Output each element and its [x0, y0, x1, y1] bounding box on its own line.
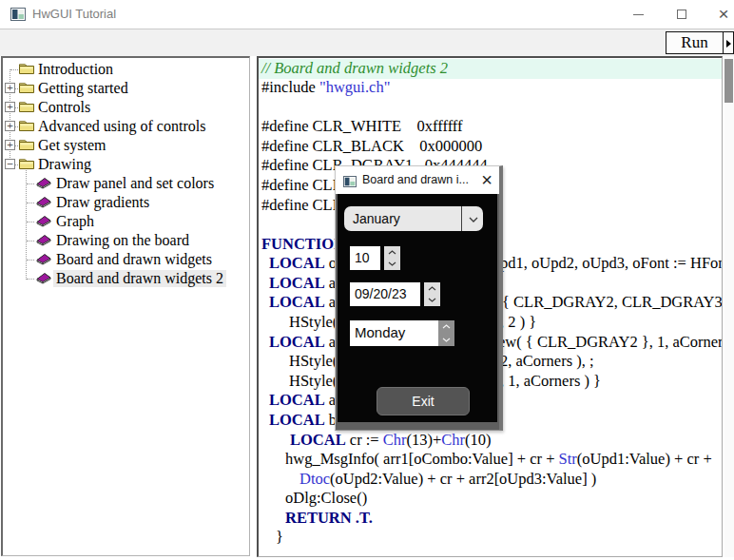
- code-token: Chr: [441, 431, 465, 449]
- number-spinner-field[interactable]: 10: [350, 246, 380, 270]
- tree-item-label: Controls: [38, 99, 90, 116]
- tree-item-label: Board and drawn widgets 2: [53, 270, 226, 287]
- folder-icon: [18, 81, 35, 99]
- folder-icon: [18, 100, 35, 118]
- book-icon: [34, 271, 52, 289]
- tree-item[interactable]: Board and drawn widgets 2: [3, 269, 249, 288]
- code-line: oDlg:Close(): [259, 489, 722, 509]
- code-line: // Board and drawn widgets 2: [259, 59, 722, 79]
- month-combobox[interactable]: January: [344, 206, 483, 231]
- maximize-icon: [677, 10, 686, 19]
- date-spinner-buttons[interactable]: [424, 282, 440, 306]
- run-dropdown-button[interactable]: [723, 31, 734, 54]
- weekday-spinner-buttons[interactable]: [438, 320, 454, 346]
- tree-item-label: Advanced using of controls: [38, 118, 205, 135]
- tree-item[interactable]: Introduction: [3, 60, 249, 79]
- code-token: LOCAL: [269, 293, 325, 311]
- code-token: , 1, aCorners ) }: [500, 372, 601, 390]
- spin-up-icon: [438, 320, 454, 334]
- tree-item[interactable]: Board and drawn widgets: [3, 250, 249, 269]
- code-token: (oUpd1:Value) + cr +: [577, 450, 712, 468]
- tree-item-label: Board and drawn widgets: [56, 251, 212, 268]
- code-line: Dtoc(oUpd2:Value) + cr + arr2[oUpd3:Valu…: [259, 470, 722, 490]
- tree-item-label: Draw panel and set colors: [56, 175, 214, 192]
- app-icon: [10, 8, 26, 25]
- code-token: , 2 ) }: [500, 313, 536, 331]
- spin-up-icon: [384, 246, 400, 259]
- dialog-icon: [343, 174, 357, 191]
- code-token: #define CLR_WHITE 0xffffff: [261, 117, 463, 135]
- code-line: }: [259, 528, 722, 548]
- code-token: Str: [559, 450, 577, 468]
- tree-panel: Introduction+Getting started+Controls+Ad…: [1, 56, 250, 556]
- expand-icon[interactable]: +: [5, 140, 15, 150]
- tree-item[interactable]: −Drawing: [3, 155, 249, 174]
- toolbar: Run: [0, 29, 734, 56]
- tree-item[interactable]: +Get system: [3, 136, 249, 155]
- collapse-icon[interactable]: −: [5, 159, 15, 169]
- window-title: HwGUI Tutorial: [32, 0, 116, 29]
- code-token: { CLR_DGRAY2, CLR_DGRAY3: [502, 293, 723, 311]
- combobox-dropdown[interactable]: [461, 206, 483, 231]
- expand-icon[interactable]: +: [5, 121, 15, 131]
- folder-icon: [18, 138, 35, 156]
- minimize-button[interactable]: [616, 0, 660, 29]
- spin-down-icon: [384, 259, 400, 271]
- dialog-window: Board and drawn i... × January 10 09/20/…: [335, 165, 503, 431]
- tree-item[interactable]: Draw gradients: [3, 193, 249, 212]
- code-token: (oUpd2:Value) + cr + arr2[oUpd3:Value] ): [330, 470, 596, 488]
- code-line: LOCAL cr := Chr(13)+Chr(10): [259, 431, 722, 451]
- tree-item[interactable]: +Getting started: [3, 79, 249, 98]
- code-token: hwg_MsgInfo( arr1[oCombo:Value] + cr +: [285, 450, 559, 468]
- expand-icon[interactable]: +: [5, 83, 15, 93]
- dialog-title: Board and drawn i...: [362, 166, 469, 194]
- number-spinner-buttons[interactable]: [384, 246, 400, 270]
- folder-icon: [18, 119, 35, 137]
- tree-item-label: Get system: [38, 137, 106, 154]
- code-token: 2, aCorners ), ;: [500, 352, 594, 370]
- tree-item[interactable]: Drawing on the board: [3, 231, 249, 250]
- dialog-close-button[interactable]: ×: [474, 166, 499, 194]
- scrollbar-thumb[interactable]: [724, 59, 733, 103]
- code-token: "hwgui.ch": [319, 78, 390, 96]
- code-line: #define CLR_WHITE 0xffffff: [259, 117, 722, 137]
- expand-icon[interactable]: +: [5, 102, 15, 112]
- book-icon: [34, 233, 52, 251]
- window-titlebar: HwGUI Tutorial ×: [0, 0, 734, 29]
- code-token: pd1, oUpd2, oUpd3, oFont := HFon: [500, 254, 723, 272]
- code-line: RETURN .T.: [259, 509, 722, 529]
- tree-item[interactable]: +Controls: [3, 98, 249, 117]
- code-token: (13)+: [407, 431, 442, 449]
- tree-item[interactable]: +Advanced using of controls: [3, 117, 249, 136]
- date-spinner-field[interactable]: 09/20/23: [350, 282, 420, 306]
- code-token: cr :=: [346, 431, 383, 449]
- maximize-button[interactable]: [660, 0, 704, 29]
- code-line: #define CLR_BLACK 0x000000: [259, 137, 722, 157]
- spin-up-icon: [424, 282, 440, 295]
- code-token: LOCAL: [269, 254, 325, 272]
- code-token: LOCAL: [269, 333, 325, 351]
- tree-item[interactable]: Graph: [3, 212, 249, 231]
- dialog-client-area: January 10 09/20/23 Monday Exit: [338, 194, 497, 422]
- spin-down-icon: [438, 334, 454, 347]
- code-token: LOCAL: [269, 391, 325, 409]
- code-token: Chr: [383, 431, 407, 449]
- code-line: #include "hwgui.ch": [259, 78, 722, 98]
- code-line: [259, 98, 722, 118]
- chevron-down-icon: [469, 217, 478, 222]
- tree-item-label: Introduction: [38, 61, 113, 78]
- weekday-spinner-field[interactable]: Monday: [350, 320, 438, 346]
- close-button[interactable]: ×: [702, 0, 734, 29]
- code-token: oDlg:Close(): [285, 489, 367, 507]
- exit-button[interactable]: Exit: [377, 387, 470, 415]
- code-token: LOCAL: [269, 274, 325, 292]
- book-icon: [34, 214, 52, 232]
- run-button[interactable]: Run: [666, 31, 724, 54]
- code-token: }: [276, 528, 283, 546]
- tree-item[interactable]: Draw panel and set colors: [3, 174, 249, 193]
- scrollbar-track[interactable]: [724, 56, 734, 557]
- code-token: #define CLR_BLACK 0x000000: [261, 137, 482, 155]
- combobox-value: January: [353, 206, 400, 231]
- code-line: hwg_MsgInfo( arr1[oCombo:Value] + cr + S…: [259, 450, 722, 470]
- code-token: LOCAL: [269, 411, 325, 429]
